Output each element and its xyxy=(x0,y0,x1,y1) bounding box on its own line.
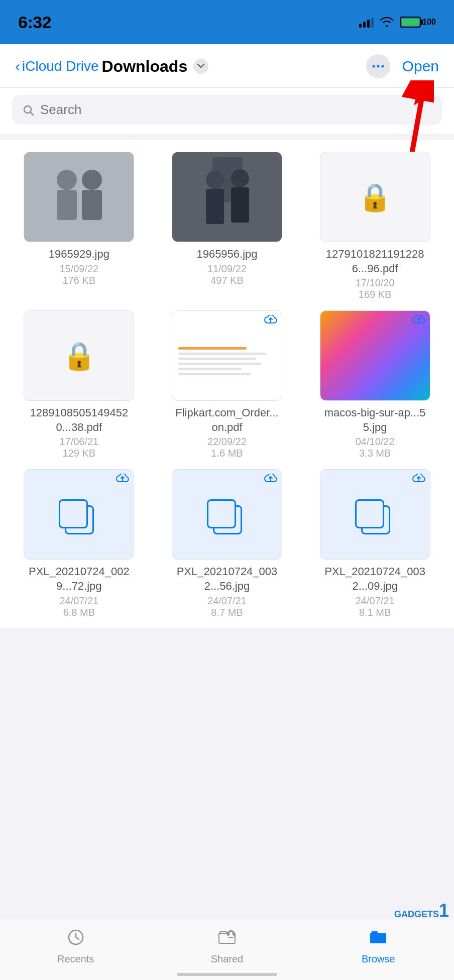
nav-right: Open xyxy=(366,54,439,78)
file-size: 497 KB xyxy=(196,275,257,286)
file-name: 12891085051494520...38.pdf xyxy=(26,406,132,434)
more-options-button[interactable] xyxy=(366,54,390,78)
file-info: 12791018211912286...96.pdf 17/10/20 169 … xyxy=(322,247,428,300)
search-input[interactable] xyxy=(40,102,432,118)
lock-icon: 🔒 xyxy=(358,181,392,213)
page-title: Downloads xyxy=(102,57,188,76)
file-name: 1965929.jpg xyxy=(49,247,109,262)
svg-point-15 xyxy=(206,171,224,189)
file-thumbnail xyxy=(24,469,134,560)
file-date: 24/07/21 xyxy=(322,595,428,607)
list-item[interactable]: 🔒 12891085051494520...38.pdf 17/06/21 12… xyxy=(10,310,148,459)
home-indicator xyxy=(177,973,277,976)
file-name: 12791018211912286...96.pdf xyxy=(322,247,428,276)
file-info: 12891085051494520...38.pdf 17/06/21 129 … xyxy=(26,406,132,459)
status-time: 6:32 xyxy=(18,13,51,32)
search-bar[interactable] xyxy=(12,95,442,125)
list-item[interactable]: 🔒 12791018211912286...96.pdf 17/10/20 16… xyxy=(306,152,444,300)
cloud-upload-icon xyxy=(412,474,426,485)
file-size: 176 KB xyxy=(49,275,109,286)
tab-recents-label: Recents xyxy=(57,953,94,965)
open-button[interactable]: Open xyxy=(402,58,439,75)
list-item[interactable]: PXL_20210724_0032...09.jpg 24/07/21 8.1 … xyxy=(306,469,444,618)
svg-line-21 xyxy=(76,937,79,939)
file-size: 129 KB xyxy=(26,448,132,459)
file-name: PXL_20210724_0032...56.jpg xyxy=(174,565,280,593)
file-thumbnail: 🔒 xyxy=(24,310,134,401)
nav-left: ‹ iCloud Drive Downloads xyxy=(15,57,208,76)
file-info: Flipkart.com_Order...on.pdf 22/09/22 1.6… xyxy=(174,406,280,459)
file-thumbnail xyxy=(172,310,282,401)
file-thumbnail xyxy=(172,469,282,560)
cloud-upload-icon xyxy=(264,474,278,485)
battery-percent: 100 xyxy=(422,18,436,27)
tab-shared[interactable]: Shared xyxy=(197,928,257,965)
back-label: iCloud Drive xyxy=(22,58,99,74)
svg-rect-12 xyxy=(82,190,102,220)
svg-point-9 xyxy=(57,170,77,190)
file-size: 6.8 MB xyxy=(26,607,132,618)
back-button[interactable]: ‹ iCloud Drive xyxy=(15,58,99,75)
file-size: 8.7 MB xyxy=(174,607,280,618)
file-date: 17/10/20 xyxy=(322,277,428,289)
back-chevron-icon: ‹ xyxy=(15,58,20,75)
search-container xyxy=(0,88,454,134)
file-name: 1965956.jpg xyxy=(196,247,257,262)
browse-icon xyxy=(369,928,387,950)
file-date: 24/07/21 xyxy=(26,595,132,607)
file-info: PXL_20210724_0029...72.jpg 24/07/21 6.8 … xyxy=(26,565,132,618)
list-item[interactable]: 1965929.jpg 15/09/22 176 KB xyxy=(10,152,148,300)
files-grid: 1965929.jpg 15/09/22 176 KB 1965956.j xyxy=(10,152,444,618)
bottom-tab-bar: Recents Shared Browse xyxy=(0,919,454,980)
cloud-upload-icon xyxy=(412,315,426,326)
file-name: PXL_20210724_0029...72.jpg xyxy=(26,565,132,593)
tab-browse-label: Browse xyxy=(362,953,395,965)
file-info: macos-big-sur-ap...55.jpg 04/10/22 3.3 M… xyxy=(322,406,428,459)
title-dropdown-button[interactable] xyxy=(193,59,208,74)
file-info: PXL_20210724_0032...09.jpg 24/07/21 8.1 … xyxy=(322,565,428,618)
lock-icon: 🔒 xyxy=(62,340,96,372)
battery-icon: 100 xyxy=(400,17,436,28)
recents-icon xyxy=(67,928,85,950)
file-name: PXL_20210724_0032...09.jpg xyxy=(322,565,428,593)
svg-point-0 xyxy=(372,65,375,68)
tab-browse[interactable]: Browse xyxy=(348,928,408,965)
svg-point-2 xyxy=(381,65,384,68)
svg-rect-16 xyxy=(206,189,224,224)
file-thumbnail xyxy=(172,152,282,242)
svg-point-1 xyxy=(377,65,379,68)
watermark: GADGETS 1 xyxy=(394,902,449,920)
file-date: 22/09/22 xyxy=(174,436,280,448)
status-icons: 100 xyxy=(359,17,436,28)
file-info: 1965929.jpg 15/09/22 176 KB xyxy=(49,247,109,286)
cloud-upload-icon xyxy=(116,474,130,485)
file-date: 17/06/21 xyxy=(26,436,132,448)
file-info: 1965956.jpg 11/09/22 497 KB xyxy=(196,247,257,286)
svg-line-7 xyxy=(31,112,34,115)
file-name: macos-big-sur-ap...55.jpg xyxy=(322,406,428,434)
list-item[interactable]: macos-big-sur-ap...55.jpg 04/10/22 3.3 M… xyxy=(306,310,444,459)
file-size: 1.6 MB xyxy=(174,448,280,459)
cloud-upload-icon xyxy=(264,315,278,326)
file-thumbnail xyxy=(24,152,134,242)
file-date: 11/09/22 xyxy=(196,263,257,275)
svg-point-17 xyxy=(231,169,249,187)
status-bar: 6:32 100 xyxy=(0,0,454,44)
wifi-icon xyxy=(380,17,394,27)
list-item[interactable]: PXL_20210724_0032...56.jpg 24/07/21 8.7 … xyxy=(158,469,296,618)
svg-rect-8 xyxy=(24,152,134,242)
search-icon xyxy=(22,104,34,116)
file-date: 15/09/22 xyxy=(49,263,109,275)
file-thumbnail xyxy=(320,469,430,560)
nav-bar: ‹ iCloud Drive Downloads Open xyxy=(0,44,454,88)
tab-recents[interactable]: Recents xyxy=(46,928,106,965)
signal-icon xyxy=(359,17,374,28)
shared-icon xyxy=(218,928,236,950)
list-item[interactable]: 1965956.jpg 11/09/22 497 KB xyxy=(158,152,296,300)
file-thumbnail xyxy=(320,310,430,401)
list-item[interactable]: Flipkart.com_Order...on.pdf 22/09/22 1.6… xyxy=(158,310,296,459)
file-date: 04/10/22 xyxy=(322,436,428,448)
svg-rect-10 xyxy=(57,190,77,220)
tab-shared-label: Shared xyxy=(211,953,244,965)
list-item[interactable]: PXL_20210724_0029...72.jpg 24/07/21 6.8 … xyxy=(10,469,148,618)
